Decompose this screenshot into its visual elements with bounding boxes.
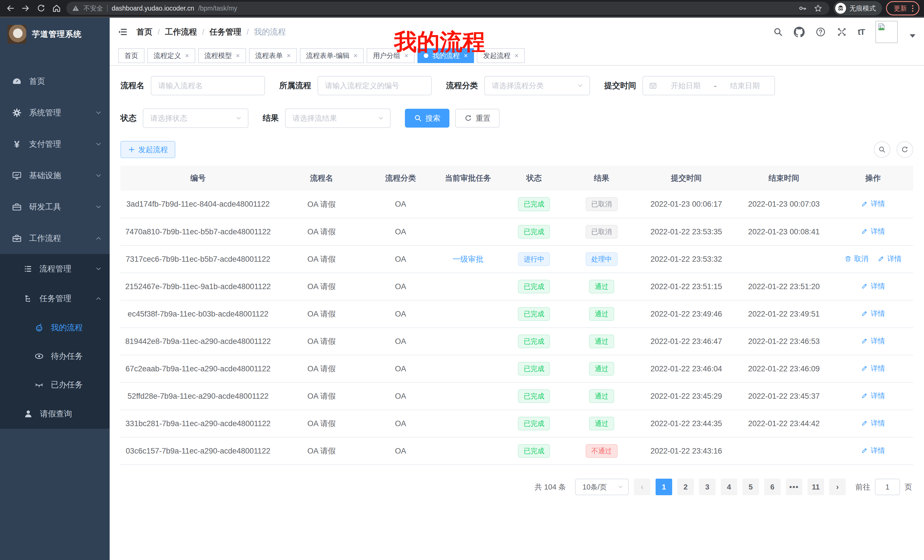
result-badge: 通过: [589, 334, 614, 349]
process-definition-input[interactable]: [318, 76, 432, 95]
next-page-button[interactable]: ›: [829, 479, 846, 495]
fullscreen-icon[interactable]: [837, 27, 847, 37]
avatar[interactable]: [876, 21, 898, 43]
browser-reload-icon[interactable]: [35, 3, 47, 14]
avatar-dropdown-caret[interactable]: [910, 34, 915, 38]
row-detail-link[interactable]: 详情: [861, 418, 885, 428]
sidebar-item-infra[interactable]: 基础设施: [0, 160, 110, 191]
process-category-select[interactable]: 请选择流程分类: [484, 76, 590, 95]
close-icon[interactable]: [236, 52, 240, 59]
sidebar-item-system[interactable]: 系统管理: [0, 97, 110, 129]
sidebar: 芋道管理系统 首页 系统管理 ¥ 支付管理: [0, 18, 110, 560]
breadcrumb-workflow[interactable]: 工作流程: [165, 27, 197, 37]
plus-icon: [128, 146, 135, 153]
tab-process-model[interactable]: 流程模型: [198, 48, 246, 63]
address-bar[interactable]: 不安全 dashboard.yudao.iocoder.cn/bpm/task/…: [66, 2, 830, 15]
table-search-toggle-button[interactable]: [874, 141, 890, 158]
row-cancel-link[interactable]: 取消: [844, 254, 868, 264]
reset-button[interactable]: 重置: [455, 109, 500, 127]
goto-page-input[interactable]: 1: [875, 479, 900, 495]
page-size-select[interactable]: 10条/页: [575, 479, 629, 495]
table-refresh-button[interactable]: [897, 141, 913, 158]
cell-current-task[interactable]: [434, 191, 502, 218]
start-process-button[interactable]: 发起流程: [120, 141, 176, 158]
search-icon[interactable]: [773, 27, 783, 37]
github-icon[interactable]: [794, 27, 805, 37]
row-detail-link[interactable]: 详情: [861, 336, 885, 346]
tab-process-form[interactable]: 流程表单: [249, 48, 297, 63]
cell-current-task[interactable]: [434, 273, 502, 300]
close-icon[interactable]: [286, 52, 291, 59]
sidebar-item-done-tasks[interactable]: 已办任务: [0, 370, 110, 399]
browser-back-icon[interactable]: [4, 3, 16, 14]
row-detail-link[interactable]: 详情: [878, 254, 902, 264]
browser-home-icon[interactable]: [51, 3, 62, 14]
more-pages-button[interactable]: •••: [786, 479, 802, 495]
trash-icon: [844, 255, 852, 262]
cell-current-task[interactable]: 一级审批: [434, 246, 502, 273]
search-button[interactable]: 搜索: [405, 109, 449, 127]
row-detail-link[interactable]: 详情: [861, 309, 885, 318]
bookmark-star-icon[interactable]: [812, 3, 824, 14]
prev-page-button[interactable]: ‹: [634, 479, 651, 495]
process-name-input[interactable]: [151, 76, 265, 95]
sidebar-item-process-mgmt[interactable]: 流程管理: [0, 254, 110, 284]
cell-current-task[interactable]: [434, 300, 502, 328]
browser-update-button[interactable]: 更新: [886, 1, 920, 15]
row-detail-link[interactable]: 详情: [861, 391, 885, 400]
page-button-6[interactable]: 6: [764, 479, 781, 495]
sidebar-item-todo-tasks[interactable]: 待办任务: [0, 342, 110, 370]
tab-process-definition[interactable]: 流程定义: [147, 48, 195, 63]
password-key-icon[interactable]: [797, 3, 808, 14]
sidebar-item-devtools[interactable]: 研发工具: [0, 191, 110, 223]
page-button-5[interactable]: 5: [742, 479, 759, 495]
row-detail-link[interactable]: 详情: [861, 227, 885, 236]
cell-actions: 详情: [832, 273, 913, 300]
status-select[interactable]: 请选择状态: [143, 108, 248, 128]
process-name-label: 流程名: [120, 80, 144, 91]
page-button-2[interactable]: 2: [677, 479, 694, 495]
cell-current-task[interactable]: [434, 355, 502, 382]
sidebar-item-home[interactable]: 首页: [0, 66, 110, 97]
browser-forward-icon[interactable]: [20, 3, 32, 14]
close-icon[interactable]: [514, 52, 519, 59]
url-path[interactable]: /bpm/task/my: [198, 4, 237, 12]
row-detail-link[interactable]: 详情: [861, 364, 885, 373]
sidebar-collapse-icon[interactable]: [118, 27, 128, 37]
table-row: 3ad174fb-7b9d-11ec-8404-acde48001122 OA …: [120, 191, 913, 218]
security-label[interactable]: 不安全: [83, 4, 103, 13]
app-logo-row[interactable]: 芋道管理系统: [0, 18, 110, 51]
page-button-3[interactable]: 3: [699, 479, 716, 495]
cell-current-task[interactable]: [434, 382, 502, 410]
row-detail-link[interactable]: 详情: [861, 281, 885, 291]
security-warning-icon[interactable]: [72, 4, 80, 12]
sidebar-item-payment[interactable]: ¥ 支付管理: [0, 129, 110, 160]
sidebar-item-task-mgmt[interactable]: 任务管理: [0, 284, 110, 313]
cell-id: 03c6c157-7b9a-11ec-a290-acde48001122: [120, 437, 276, 465]
breadcrumb-home[interactable]: 首页: [136, 27, 153, 37]
page-button-1[interactable]: 1: [656, 479, 672, 495]
tab-home[interactable]: 首页: [118, 48, 144, 63]
url-host[interactable]: dashboard.yudao.iocoder.cn: [112, 4, 194, 12]
row-detail-link[interactable]: 详情: [861, 446, 885, 455]
submit-time-range-picker[interactable]: 开始日期 - 结束日期: [642, 76, 775, 95]
result-select[interactable]: 请选择流结果: [285, 108, 391, 128]
breadcrumb-task-mgmt[interactable]: 任务管理: [210, 27, 242, 37]
cell-current-task[interactable]: [434, 218, 502, 246]
sidebar-item-my-process[interactable]: 我的流程: [0, 313, 110, 342]
font-size-icon[interactable]: [858, 27, 865, 37]
cell-current-task[interactable]: [434, 410, 502, 437]
breadcrumb-separator: [247, 27, 249, 36]
page-button-4[interactable]: 4: [721, 479, 737, 495]
cell-current-task[interactable]: [434, 437, 502, 465]
close-icon[interactable]: [354, 52, 357, 59]
sidebar-item-leave-query[interactable]: 请假查询: [0, 399, 110, 429]
row-detail-link[interactable]: 详情: [861, 199, 885, 208]
help-icon[interactable]: [816, 27, 826, 37]
browser-menu-icon[interactable]: [912, 5, 914, 12]
page-button-11[interactable]: 11: [807, 479, 824, 495]
cell-current-task[interactable]: [434, 328, 502, 355]
tab-process-form-edit[interactable]: 流程表单-编辑: [300, 48, 364, 63]
close-icon[interactable]: [185, 52, 189, 59]
sidebar-item-workflow[interactable]: 工作流程: [0, 223, 110, 254]
